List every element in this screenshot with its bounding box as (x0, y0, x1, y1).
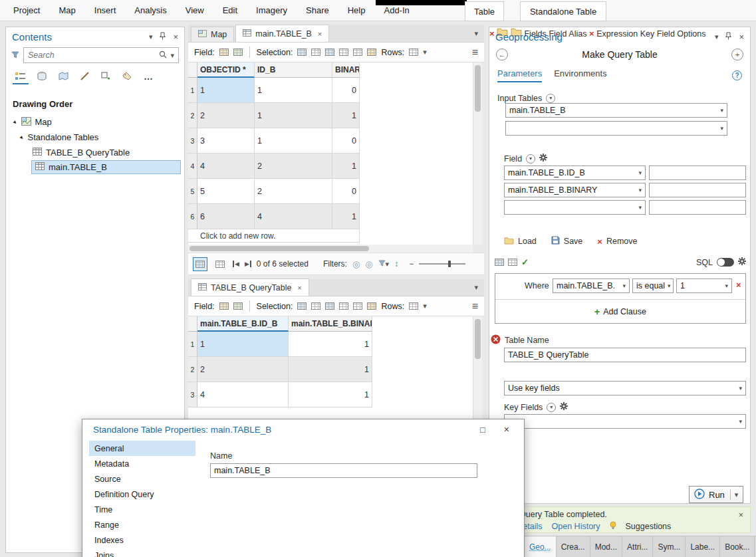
cell-binary[interactable]: 1 (289, 357, 372, 382)
pane-tab-labeling[interactable]: Labe... (686, 536, 720, 557)
cell-binary[interactable]: 1 (332, 103, 360, 128)
dialog-tab-indexes[interactable]: Indexes (89, 532, 195, 548)
open-history-link[interactable]: Open History (552, 522, 600, 531)
batch-chevron-icon[interactable]: ▾ (526, 154, 535, 164)
batch-chevron-icon[interactable]: ▾ (546, 94, 555, 103)
cell-id-b[interactable]: 1 (255, 103, 332, 128)
calculate-field-icon[interactable] (233, 302, 243, 310)
dialog-tab-definition-query[interactable]: Definition Query (89, 487, 195, 502)
pane-tab-symbology[interactable]: Sym... (653, 536, 686, 557)
input-table-combobox-empty[interactable]: ▾ (505, 121, 727, 136)
cell-id-b[interactable]: 1 (255, 128, 332, 154)
add-field-icon[interactable] (219, 49, 229, 56)
row-selector[interactable]: 1 (188, 78, 197, 103)
maximize-icon[interactable]: □ (480, 425, 485, 435)
zoom-out-icon[interactable]: − (409, 259, 414, 269)
corner-cell[interactable] (188, 316, 197, 332)
menu-project[interactable]: Project (13, 5, 40, 15)
dialog-tab-joins[interactable]: Joins (89, 548, 195, 557)
cell-objectid[interactable]: 6 (197, 204, 255, 229)
column-header-objectid[interactable]: OBJECTID * (197, 62, 255, 78)
save-button[interactable]: Save (564, 237, 583, 246)
close-icon[interactable]: × (504, 424, 509, 435)
column-header-id-b[interactable]: main.TABLE_B.ID_B (197, 316, 289, 332)
tab-environments[interactable]: Environments (554, 68, 606, 82)
run-button[interactable]: Run ▾ (689, 486, 743, 503)
switch-selection-icon[interactable] (325, 302, 334, 310)
last-record-icon[interactable]: ▶ (245, 261, 251, 267)
cell-binary[interactable]: 1 (289, 382, 372, 407)
row-height-slider[interactable] (419, 263, 465, 265)
menu-map[interactable]: Map (59, 5, 75, 15)
cell-objectid[interactable]: 3 (197, 128, 255, 154)
cell-id-b[interactable]: 2 (197, 357, 289, 382)
field-alias-input[interactable] (649, 200, 746, 215)
menu-view[interactable]: View (186, 5, 204, 15)
remove-x-icon[interactable]: × (597, 237, 602, 246)
load-folder-icon[interactable] (504, 237, 514, 247)
vertical-scrollbar[interactable] (473, 62, 482, 245)
horizontal-scrollbar[interactable] (188, 245, 473, 253)
batch-chevron-icon[interactable]: ▾ (547, 403, 556, 412)
tab-list-chevron-icon[interactable]: ▾ (474, 30, 478, 37)
column-header-binary[interactable]: main.TABLE_B.BINARY (289, 316, 372, 332)
rows-chevron-icon[interactable]: ▾ (423, 302, 427, 310)
cell-binary[interactable]: 1 (289, 332, 372, 357)
cell-id-b[interactable]: 2 (255, 154, 332, 179)
close-icon[interactable]: × (297, 284, 301, 292)
filter-funnel-icon[interactable]: ▾ (378, 259, 390, 269)
list-by-snapping-icon[interactable] (98, 70, 114, 84)
collapse-icon[interactable]: ▸ (19, 134, 25, 140)
field-combobox[interactable]: main.TABLE_B.ID_B▾ (504, 166, 646, 180)
tab-parameters[interactable]: Parameters (497, 68, 542, 82)
cell-binary[interactable]: 1 (332, 154, 360, 179)
row-selector[interactable]: 2 (188, 357, 197, 382)
rows-options-icon[interactable] (409, 49, 418, 56)
add-new-row[interactable]: Click to add new row. (188, 229, 360, 243)
clause-operator-combobox[interactable]: is equal▾ (632, 278, 674, 293)
clause-field-combobox[interactable]: main.TABLE_B.▾ (553, 278, 630, 293)
sql-mode-icon[interactable] (508, 259, 517, 266)
cell-id-b[interactable]: 2 (255, 179, 332, 204)
list-by-editing-icon[interactable] (76, 70, 92, 84)
tree-item-standalone-tables[interactable]: ▸ Standalone Tables (6, 130, 184, 145)
dialog-titlebar[interactable]: Standalone Table Properties: main.TABLE_… (82, 419, 524, 439)
list-by-selection-icon[interactable] (55, 70, 71, 84)
field-alias-input[interactable] (649, 183, 746, 197)
pane-tab-geoprocessing[interactable]: Geo... (525, 536, 557, 557)
menu-add-in[interactable]: Add-In (384, 5, 409, 15)
run-options-chevron-icon[interactable]: ▾ (735, 491, 739, 499)
tree-item-main-table-b[interactable]: main.TABLE_B (31, 160, 181, 174)
row-selector[interactable]: 6 (188, 204, 197, 229)
close-icon[interactable]: × (173, 32, 178, 42)
cell-id-b[interactable]: 4 (197, 382, 289, 407)
remove-clause-icon[interactable]: × (736, 280, 741, 289)
cell-objectid[interactable]: 2 (197, 103, 255, 128)
close-icon[interactable]: × (318, 30, 322, 38)
row-selector[interactable]: 5 (188, 179, 197, 204)
clause-value-combobox[interactable]: 1▾ (676, 278, 732, 293)
help-icon[interactable]: ? (732, 70, 742, 80)
dialog-tab-time[interactable]: Time (89, 502, 195, 517)
search-options-chevron-icon[interactable]: ▾ (170, 52, 174, 59)
row-selector[interactable]: 1 (188, 332, 197, 357)
refresh-updown-icon[interactable]: ↕ (394, 259, 398, 269)
filter-circle2-icon[interactable]: ◎ (365, 259, 372, 269)
select-by-attributes-icon[interactable] (297, 49, 307, 56)
sql-toggle[interactable] (717, 258, 734, 267)
filter-circle-icon[interactable]: ◎ (352, 259, 360, 269)
cell-binary[interactable]: 0 (332, 78, 360, 103)
cell-binary[interactable]: 1 (332, 204, 360, 229)
rows-options-icon[interactable] (409, 302, 418, 310)
add-clause-button[interactable]: + Add Clause (495, 303, 745, 320)
row-selector[interactable]: 2 (188, 103, 197, 128)
calculate-field-icon[interactable] (233, 49, 243, 56)
key-fields-combobox[interactable]: ▾ (504, 414, 746, 429)
pane-tab-attributes[interactable]: Attri... (622, 536, 653, 557)
column-header-id-b[interactable]: ID_B (255, 62, 332, 78)
verify-check-icon[interactable]: ✓ (521, 258, 529, 267)
cell-binary[interactable]: 0 (332, 128, 360, 154)
list-by-data-source-icon[interactable] (34, 70, 50, 84)
delete-selection-icon[interactable] (353, 302, 362, 310)
menu-insert[interactable]: Insert (94, 5, 116, 15)
